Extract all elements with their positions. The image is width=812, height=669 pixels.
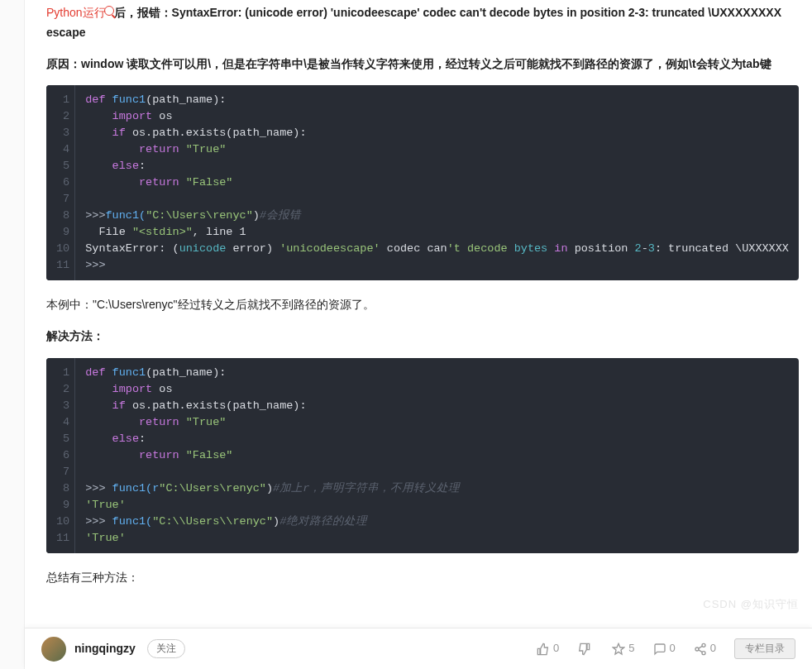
- author-name[interactable]: ningqingzy: [74, 639, 136, 659]
- after-text: 后，报错：: [114, 6, 172, 19]
- share-icon: [694, 643, 707, 656]
- code-block-2: 1234567891011 def func1(path_name): impo…: [46, 358, 799, 553]
- python-run-link[interactable]: Python运行: [46, 6, 114, 19]
- author-bar: ningqingzy 关注 0 5 0 0 专栏目录: [25, 628, 812, 669]
- svg-point-2: [702, 651, 705, 654]
- comment-button[interactable]: 0: [653, 639, 676, 657]
- code-content[interactable]: def func1(path_name): import os if os.pa…: [75, 85, 799, 280]
- svg-point-1: [695, 647, 699, 651]
- avatar[interactable]: [41, 637, 66, 662]
- line-gutter: 1234567891011: [46, 85, 75, 280]
- article-body: Python运行后，报错：SyntaxError: (unicode error…: [25, 0, 812, 669]
- search-icon: [104, 6, 114, 16]
- summary-paragraph: 总结有三种方法：: [46, 568, 799, 588]
- line-gutter: 1234567891011: [46, 358, 75, 553]
- sidebar: [0, 0, 25, 669]
- like-button[interactable]: 0: [537, 639, 559, 657]
- dislike-button[interactable]: [577, 643, 594, 656]
- reason-paragraph: 原因：window 读取文件可以用\，但是在字符串中\是被当作转义字符来使用，经…: [46, 55, 799, 74]
- mid-paragraph-1: 本例中："C:\Users\renyc"经过转义之后就找不到路径的资源了。: [46, 295, 799, 315]
- collect-button[interactable]: 专栏目录: [734, 638, 795, 659]
- error-intro: Python运行后，报错：SyntaxError: (unicode error…: [46, 3, 799, 43]
- share-button[interactable]: 0: [694, 639, 716, 657]
- solution-label: 解决方法：: [46, 327, 799, 346]
- comment-icon: [653, 643, 666, 656]
- code-block-1: 1234567891011 def func1(path_name): impo…: [46, 85, 799, 280]
- follow-button[interactable]: 关注: [147, 639, 185, 658]
- star-icon: [612, 643, 625, 656]
- watermark: CSDN @知识守恒: [703, 595, 799, 614]
- star-button[interactable]: 5: [612, 639, 634, 657]
- code-content[interactable]: def func1(path_name): import os if os.pa…: [75, 358, 799, 553]
- thumbs-down-icon: [577, 643, 590, 656]
- thumbs-up-icon: [537, 643, 550, 656]
- svg-point-0: [702, 643, 705, 647]
